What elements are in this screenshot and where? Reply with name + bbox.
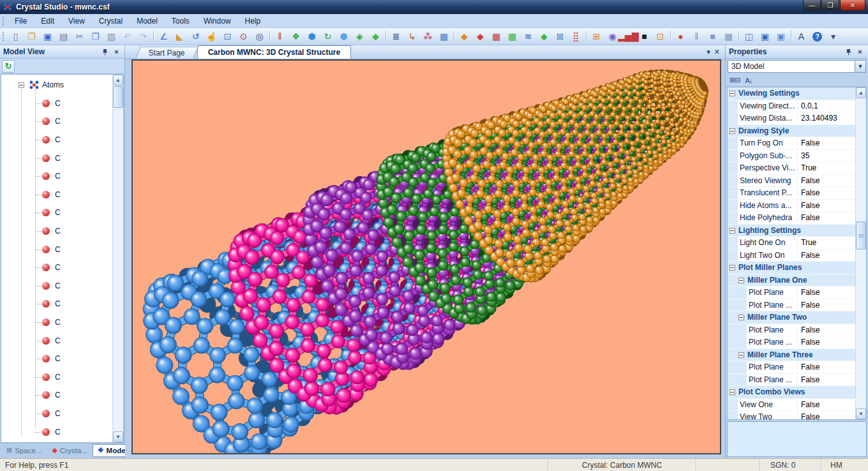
tree-item-c[interactable]: C (1, 131, 112, 149)
property-value[interactable]: False (798, 188, 855, 197)
save-image-icon[interactable]: ▣ (774, 29, 788, 43)
collapse-icon[interactable] (738, 352, 744, 358)
property-row[interactable]: Plot PlaneFalse (728, 361, 855, 374)
animate-stop-icon[interactable]: ■ (705, 29, 720, 43)
collapse-icon[interactable] (730, 389, 735, 395)
render-box-icon[interactable]: ■ (637, 29, 652, 43)
close-button[interactable]: ✕ (840, 0, 865, 11)
site-grid-icon[interactable]: ▩ (505, 29, 520, 43)
tree-item-c[interactable]: C (1, 112, 112, 131)
property-row[interactable]: Polygon Sub-...35 (728, 150, 855, 163)
property-row[interactable]: Stereo ViewingFalse (728, 175, 855, 188)
property-value[interactable]: False (798, 412, 855, 419)
property-row[interactable]: Hide PolyhedraFalse (728, 212, 855, 225)
tab-close-icon[interactable]: ✕ (714, 48, 720, 56)
bounding-box-icon[interactable]: ⊞ (589, 29, 604, 43)
menu-file[interactable]: File (8, 15, 34, 27)
property-value[interactable]: False (798, 400, 855, 409)
pin-icon[interactable] (844, 47, 853, 56)
properties-scrollbar[interactable]: ▲ ▼ (855, 87, 866, 419)
tree-item-c[interactable]: C (1, 186, 112, 204)
redo-icon[interactable]: ↷ (136, 29, 151, 43)
select-atoms-icon[interactable]: ⊙ (236, 29, 251, 43)
tab-start-page[interactable]: Start Page (135, 47, 198, 59)
menu-tools[interactable]: Tools (165, 15, 197, 27)
scroll-down-icon[interactable]: ▼ (113, 431, 123, 442)
property-value[interactable]: 23.140493 (798, 114, 855, 123)
collapse-icon[interactable] (730, 128, 735, 134)
tree-item-c[interactable]: C (1, 94, 112, 113)
scroll-up-icon[interactable]: ▲ (113, 75, 123, 86)
pan-view-icon[interactable]: ☝ (204, 29, 219, 43)
plane-section-icon[interactable]: ⊠ (553, 29, 567, 43)
close-panel-icon[interactable]: × (112, 47, 121, 56)
tree-item-c[interactable]: C (1, 258, 112, 277)
property-row[interactable]: Light One OnTrue (728, 237, 855, 250)
minimize-button[interactable]: — (803, 0, 821, 11)
animate-pause-icon[interactable]: ‖ (689, 29, 704, 43)
property-row[interactable]: Turn Fog OnFalse (728, 137, 855, 150)
tree-item-c[interactable]: C (1, 422, 112, 441)
tree-item-c[interactable]: C (1, 405, 112, 423)
table-view-icon[interactable]: ▦ (721, 29, 736, 43)
tree-item-c[interactable]: C (1, 204, 112, 222)
copy-icon[interactable]: ❐ (88, 29, 103, 43)
property-category[interactable]: Drawing Style (728, 125, 855, 138)
bond-tool-icon[interactable]: ↳ (405, 29, 419, 43)
crystal-alert-icon[interactable]: ◆ (473, 29, 488, 43)
menu-help[interactable]: Help (238, 15, 268, 27)
menu-edit[interactable]: Edit (34, 15, 61, 27)
tree-item-c[interactable]: C (1, 441, 112, 443)
property-category[interactable]: Plot Miller Planes (728, 262, 855, 274)
property-row[interactable]: Viewing Dista...23.140493 (728, 112, 855, 125)
transform-cell-icon[interactable]: ⬢ (336, 29, 351, 43)
property-value[interactable]: False (798, 251, 855, 260)
property-category[interactable]: Miller Plane One (728, 274, 855, 287)
crystal-shape-icon[interactable]: ◆ (368, 29, 383, 43)
nanotube-render[interactable] (133, 61, 720, 453)
property-value[interactable]: False (798, 363, 855, 371)
property-value[interactable]: False (798, 213, 855, 222)
menu-model[interactable]: Model (130, 15, 165, 27)
property-value[interactable]: False (798, 288, 855, 297)
property-category[interactable]: Lighting Settings (728, 225, 855, 237)
panel-tab-crysta[interactable]: ◆Crysta... (47, 444, 92, 457)
tree-item-c[interactable]: C (1, 222, 112, 241)
property-value[interactable]: False (798, 201, 855, 210)
tree-item-c[interactable]: C (1, 240, 112, 258)
show-atom-pairs-icon[interactable]: ‖ (273, 29, 287, 43)
collapse-icon[interactable] (738, 278, 744, 283)
maximize-button[interactable]: ❐ (821, 0, 839, 11)
tree-item-c[interactable]: C (1, 368, 112, 387)
tree-item-c[interactable]: C (1, 350, 112, 368)
print-preview-icon[interactable]: ◫ (742, 29, 756, 43)
tree-item-c[interactable]: C (1, 295, 112, 313)
tree-scroll-thumb[interactable] (113, 86, 123, 108)
property-row[interactable]: Hide Atoms a...False (728, 200, 855, 213)
collapse-icon[interactable] (738, 315, 744, 320)
property-category[interactable]: Plot Combo Views (728, 386, 855, 399)
coordinate-axes-icon[interactable]: ∠ (156, 29, 171, 43)
tab-crystal-structure[interactable]: Carbon MWNC: 3D Crystal Structure (197, 45, 351, 59)
atom-grid-icon[interactable]: ▦ (489, 29, 504, 43)
tree-item-c[interactable]: C (1, 386, 112, 405)
tree-item-c[interactable]: C (1, 167, 112, 186)
collapse-icon[interactable] (730, 91, 735, 96)
data-sheet-icon[interactable]: ▦ (437, 29, 451, 43)
property-category[interactable]: Miller Plane Two (728, 311, 855, 324)
tree-scrollbar[interactable]: ▲ ▼ (112, 75, 123, 442)
property-value[interactable]: False (798, 301, 855, 310)
property-category[interactable]: Viewing Settings (728, 87, 855, 100)
save-report-icon[interactable]: ▣ (758, 29, 772, 43)
tree-item-c[interactable]: C (1, 331, 112, 350)
new-file-icon[interactable]: ▯ (8, 29, 23, 43)
property-row[interactable]: Plot Plane ...False (728, 299, 855, 312)
protractor-icon[interactable]: ◣ (172, 29, 187, 43)
scroll-down-icon[interactable]: ▼ (856, 408, 866, 419)
pin-icon[interactable] (100, 47, 110, 56)
property-row[interactable]: Plot Plane ...False (728, 336, 855, 349)
property-value[interactable]: True (798, 238, 855, 247)
property-row[interactable]: Plot PlaneFalse (728, 287, 855, 299)
diffraction-chart-icon[interactable]: ▂▅▇ (621, 29, 636, 43)
animate-run-icon[interactable]: ● (673, 29, 688, 43)
